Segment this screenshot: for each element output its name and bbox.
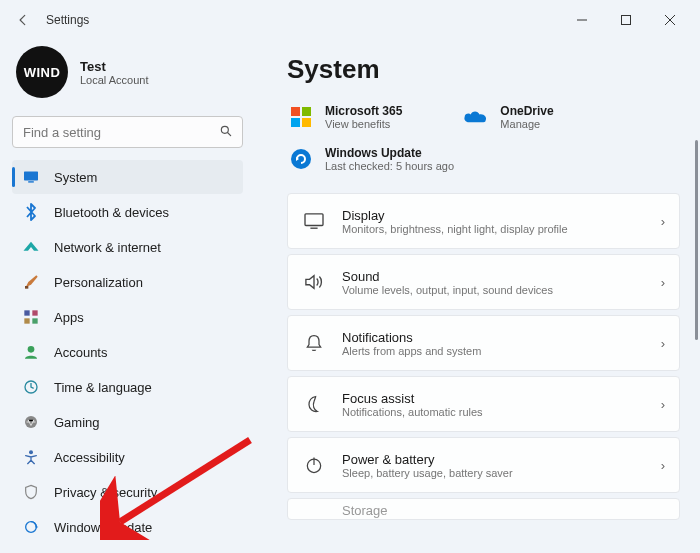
bluetooth-icon — [22, 203, 40, 221]
bell-icon — [302, 331, 326, 355]
title-bar: Settings — [0, 0, 700, 40]
card-sub: View benefits — [325, 118, 402, 130]
svg-rect-20 — [302, 107, 311, 116]
svg-rect-9 — [24, 310, 29, 315]
arrow-left-icon — [16, 13, 30, 27]
sidebar-item-label: Gaming — [54, 415, 100, 430]
sidebar-item-bluetooth[interactable]: Bluetooth & devices — [12, 195, 243, 229]
sidebar-item-accounts[interactable]: Accounts — [12, 335, 243, 369]
card-sub: Manage — [500, 118, 553, 130]
svg-rect-1 — [622, 16, 631, 25]
sidebar-item-label: Network & internet — [54, 240, 161, 255]
svg-rect-7 — [28, 181, 34, 182]
power-icon — [302, 453, 326, 477]
close-icon — [664, 14, 676, 26]
scrollbar[interactable] — [695, 140, 698, 340]
svg-rect-6 — [24, 171, 38, 180]
back-button[interactable] — [8, 5, 38, 35]
sidebar-item-label: Accounts — [54, 345, 107, 360]
card-onedrive[interactable]: OneDrive Manage — [462, 103, 553, 131]
paintbrush-icon — [22, 273, 40, 291]
sidebar-item-time[interactable]: Time & language — [12, 370, 243, 404]
sound-icon — [302, 270, 326, 294]
setting-power[interactable]: Power & batterySleep, battery usage, bat… — [287, 437, 680, 493]
sidebar: WIND Test Local Account System Bluetooth… — [0, 40, 255, 553]
setting-sub: Volume levels, output, input, sound devi… — [342, 284, 553, 296]
sidebar-item-accessibility[interactable]: Accessibility — [12, 440, 243, 474]
sidebar-item-label: Apps — [54, 310, 84, 325]
chevron-right-icon: › — [661, 275, 665, 290]
minimize-button[interactable] — [560, 5, 604, 35]
svg-rect-22 — [302, 118, 311, 127]
setting-sub: Notifications, automatic rules — [342, 406, 483, 418]
accessibility-icon — [22, 448, 40, 466]
close-button[interactable] — [648, 5, 692, 35]
svg-marker-18 — [36, 526, 39, 529]
microsoft-logo-icon — [287, 103, 315, 131]
display-icon — [302, 209, 326, 233]
sidebar-item-label: Accessibility — [54, 450, 125, 465]
setting-title: Power & battery — [342, 452, 513, 467]
onedrive-icon — [462, 103, 490, 131]
sidebar-item-label: Personalization — [54, 275, 143, 290]
chevron-right-icon: › — [661, 214, 665, 229]
card-microsoft365[interactable]: Microsoft 365 View benefits — [287, 103, 402, 131]
svg-rect-11 — [24, 318, 29, 323]
sidebar-item-personalization[interactable]: Personalization — [12, 265, 243, 299]
person-icon — [22, 343, 40, 361]
system-icon — [22, 168, 40, 186]
window-title: Settings — [46, 13, 89, 27]
sidebar-item-privacy[interactable]: Privacy & security — [12, 475, 243, 509]
page-title: System — [287, 54, 680, 85]
svg-rect-19 — [291, 107, 300, 116]
sidebar-item-system[interactable]: System — [12, 160, 243, 194]
card-sub: Last checked: 5 hours ago — [325, 160, 454, 172]
setting-sound[interactable]: SoundVolume levels, output, input, sound… — [287, 254, 680, 310]
card-windows-update[interactable]: Windows Update Last checked: 5 hours ago — [287, 145, 680, 173]
storage-icon — [302, 503, 326, 520]
sidebar-item-label: Time & language — [54, 380, 152, 395]
main-panel: System Microsoft 365 View benefits OneDr… — [255, 40, 700, 553]
setting-title: Notifications — [342, 330, 481, 345]
sidebar-item-windows-update[interactable]: Windows Update — [12, 510, 243, 544]
maximize-icon — [620, 14, 632, 26]
setting-focus[interactable]: Focus assistNotifications, automatic rul… — [287, 376, 680, 432]
card-title: Microsoft 365 — [325, 104, 402, 118]
search-input[interactable] — [12, 116, 243, 148]
card-title: OneDrive — [500, 104, 553, 118]
sidebar-item-label: System — [54, 170, 97, 185]
update-icon — [22, 518, 40, 536]
setting-title: Display — [342, 208, 568, 223]
setting-sub: Monitors, brightness, night light, displ… — [342, 223, 568, 235]
svg-rect-12 — [32, 318, 37, 323]
profile-block[interactable]: WIND Test Local Account — [12, 42, 243, 116]
chevron-right-icon: › — [661, 336, 665, 351]
setting-display[interactable]: DisplayMonitors, brightness, night light… — [287, 193, 680, 249]
chevron-right-icon: › — [661, 458, 665, 473]
svg-rect-25 — [305, 214, 323, 226]
svg-point-13 — [28, 346, 35, 353]
globe-clock-icon — [22, 378, 40, 396]
moon-icon — [302, 392, 326, 416]
sidebar-item-label: Windows Update — [54, 520, 152, 535]
profile-name: Test — [80, 59, 149, 74]
sidebar-item-gaming[interactable]: Gaming — [12, 405, 243, 439]
apps-icon — [22, 308, 40, 326]
minimize-icon — [576, 14, 588, 26]
sidebar-item-apps[interactable]: Apps — [12, 300, 243, 334]
wifi-icon — [22, 238, 40, 256]
setting-storage[interactable]: Storage — [287, 498, 680, 520]
setting-title: Storage — [342, 503, 388, 518]
gaming-icon — [22, 413, 40, 431]
setting-notifications[interactable]: NotificationsAlerts from apps and system… — [287, 315, 680, 371]
avatar: WIND — [16, 46, 68, 98]
profile-account: Local Account — [80, 74, 149, 86]
nav-list: System Bluetooth & devices Network & int… — [12, 160, 243, 544]
update-icon — [287, 145, 315, 173]
chevron-right-icon: › — [661, 397, 665, 412]
sidebar-item-network[interactable]: Network & internet — [12, 230, 243, 264]
sidebar-item-label: Bluetooth & devices — [54, 205, 169, 220]
sidebar-item-label: Privacy & security — [54, 485, 157, 500]
maximize-button[interactable] — [604, 5, 648, 35]
setting-title: Focus assist — [342, 391, 483, 406]
